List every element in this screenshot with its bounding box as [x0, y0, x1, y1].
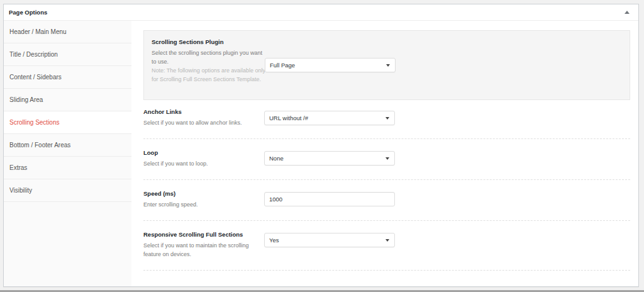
tab-extras[interactable]: Extras	[4, 157, 131, 179]
dropdown-arrow-icon	[386, 117, 389, 120]
loop-select[interactable]: None	[264, 151, 395, 166]
tab-title-description[interactable]: Title / Description	[4, 43, 131, 66]
dropdown-arrow-icon	[386, 239, 389, 242]
speed-input[interactable]	[264, 192, 395, 206]
loop-select-value: None	[269, 155, 284, 162]
plugin-select[interactable]: Full Page	[265, 58, 396, 72]
responsive-select-value: Yes	[269, 237, 279, 244]
plugin-field-note: Note: The following options are availabl…	[152, 66, 266, 84]
plugin-field-label: Scrolling Sections Plugin	[152, 38, 622, 45]
anchor-links-select-value: URL without /#	[269, 115, 308, 121]
anchor-links-row: Anchor Links Select if you want to allow…	[143, 108, 630, 139]
loop-row: Loop Select if you want to loop. None	[143, 139, 630, 180]
page-options-metabox: Page Options Header / Main Menu Title / …	[3, 4, 639, 287]
speed-row: Speed (ms) Enter scrolling speed.	[143, 180, 630, 221]
anchor-links-description: Select if you want to allow anchor links…	[143, 118, 255, 127]
tab-scrolling-sections[interactable]: Scrolling Sections	[4, 111, 131, 134]
plugin-select-value: Full Page	[270, 62, 295, 69]
tab-header-main-menu[interactable]: Header / Main Menu	[4, 21, 131, 43]
tab-bottom-footer-areas[interactable]: Bottom / Footer Areas	[4, 134, 131, 157]
collapse-arrow-icon	[625, 11, 630, 14]
metabox-body: Header / Main Menu Title / Description C…	[4, 21, 638, 286]
dropdown-arrow-icon	[386, 64, 390, 67]
loop-description: Select if you want to loop.	[143, 159, 255, 168]
tab-visibility[interactable]: Visibility	[4, 179, 131, 202]
collapse-toggle-button[interactable]	[623, 9, 631, 15]
anchor-links-select[interactable]: URL without /#	[264, 111, 395, 125]
options-panel: Scrolling Sections Plugin Select the scr…	[131, 21, 638, 286]
metabox-header[interactable]: Page Options	[4, 4, 638, 21]
responsive-select[interactable]: Yes	[264, 233, 395, 247]
tab-sliding-area[interactable]: Sliding Area	[4, 89, 131, 111]
speed-description: Enter scrolling speed.	[143, 200, 255, 209]
metabox-title: Page Options	[9, 9, 47, 16]
plugin-section-box: Scrolling Sections Plugin Select the scr…	[143, 30, 630, 100]
plugin-field-description: Select the scrolling sections plugin you…	[152, 48, 264, 66]
options-tab-list: Header / Main Menu Title / Description C…	[4, 21, 131, 286]
dropdown-arrow-icon	[386, 157, 389, 160]
tab-content-sidebars[interactable]: Content / Sidebars	[4, 66, 131, 89]
responsive-description: Select if you want to maintain the scrol…	[143, 241, 255, 259]
responsive-row: Responsive Scrolling Full Sections Selec…	[143, 221, 630, 271]
